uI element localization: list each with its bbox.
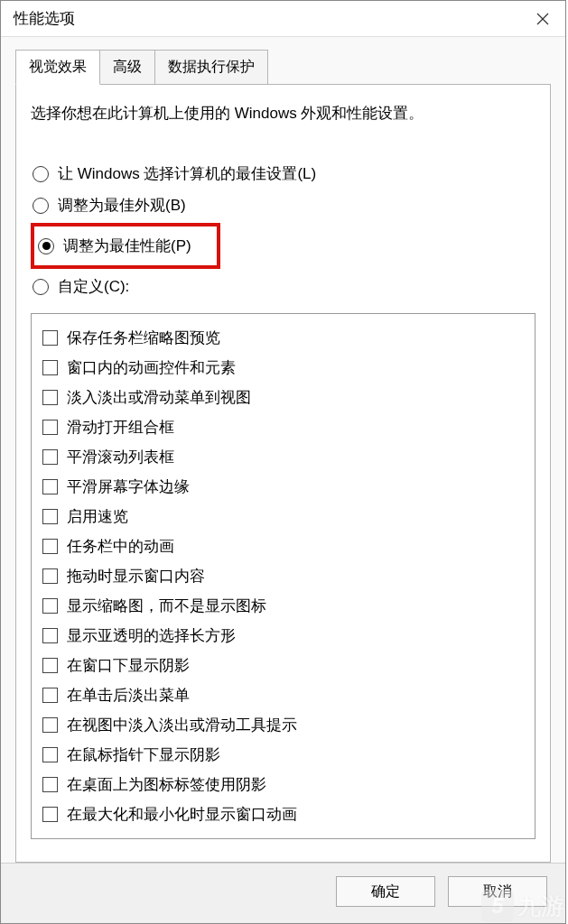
checkbox-label: 在窗口下显示阴影	[67, 655, 190, 676]
tab-0[interactable]: 视觉效果	[15, 50, 100, 85]
checkbox-item[interactable]: 在鼠标指针下显示阴影	[42, 740, 524, 770]
checkbox-icon	[42, 330, 58, 346]
title-bar: 性能选项	[1, 1, 565, 37]
checkbox-label: 拖动时显示窗口内容	[67, 566, 205, 587]
radio-label: 自定义(C):	[58, 276, 129, 297]
checkbox-label: 启用速览	[67, 506, 128, 527]
checkbox-label: 窗口内的动画控件和元素	[67, 357, 236, 378]
checkbox-label: 在视图中淡入淡出或滑动工具提示	[67, 715, 297, 735]
radio-windows-choose[interactable]: 让 Windows 选择计算机的最佳设置(L)	[31, 158, 535, 189]
window-title: 性能选项	[14, 8, 75, 29]
radio-icon	[33, 166, 49, 182]
cancel-button[interactable]: 取消	[448, 876, 547, 907]
tab-label: 视觉效果	[29, 59, 87, 74]
radio-label: 调整为最佳性能(P)	[63, 236, 191, 256]
checkbox-item[interactable]: 在窗口下显示阴影	[42, 651, 524, 680]
checkbox-icon	[42, 598, 58, 614]
tab-label: 数据执行保护	[168, 59, 255, 74]
radio-custom[interactable]: 自定义(C):	[31, 271, 535, 302]
tab-label: 高级	[113, 59, 142, 74]
tab-panel-visual-effects: 选择你想在此计算机上使用的 Windows 外观和性能设置。 让 Windows…	[15, 85, 551, 863]
radio-icon	[33, 198, 49, 214]
radio-best-appearance[interactable]: 调整为最佳外观(B)	[31, 189, 535, 221]
tab-1[interactable]: 高级	[99, 50, 155, 85]
highlight-box: 调整为最佳性能(P)	[31, 223, 220, 269]
checkbox-icon	[42, 628, 58, 643]
checkbox-label: 在桌面上为图标标签使用阴影	[67, 774, 266, 795]
description-text: 选择你想在此计算机上使用的 Windows 外观和性能设置。	[31, 101, 535, 125]
checkbox-icon	[42, 449, 58, 465]
checkbox-label: 滑动打开组合框	[67, 417, 174, 438]
checkbox-item[interactable]: 显示缩略图，而不是显示图标	[42, 591, 524, 621]
checkbox-item[interactable]: 滑动打开组合框	[42, 412, 524, 442]
checkbox-item[interactable]: 淡入淡出或滑动菜单到视图	[42, 383, 524, 412]
checkbox-label: 在单击后淡出菜单	[67, 685, 190, 706]
checkbox-label: 在鼠标指针下显示阴影	[67, 744, 220, 765]
checkbox-icon	[42, 539, 58, 554]
checkbox-icon	[42, 360, 58, 375]
checkbox-label: 平滑滚动列表框	[67, 447, 174, 467]
checkbox-item[interactable]: 任务栏中的动画	[42, 531, 524, 561]
checkbox-list[interactable]: 保存任务栏缩略图预览 窗口内的动画控件和元素 淡入淡出或滑动菜单到视图 滑动打开…	[31, 313, 535, 839]
close-icon	[536, 13, 549, 25]
radio-best-performance[interactable]: 调整为最佳性能(P)	[36, 230, 193, 262]
checkbox-item[interactable]: 显示亚透明的选择长方形	[42, 621, 524, 651]
tab-strip: 视觉效果 高级 数据执行保护	[1, 37, 565, 85]
checkbox-item[interactable]: 启用速览	[42, 502, 524, 531]
checkbox-icon	[42, 509, 58, 524]
checkbox-label: 任务栏中的动画	[67, 536, 174, 557]
checkbox-item[interactable]: 窗口内的动画控件和元素	[42, 353, 524, 383]
checkbox-icon	[42, 568, 58, 584]
tab-2[interactable]: 数据执行保护	[154, 50, 268, 85]
checkbox-icon	[42, 479, 58, 494]
checkbox-icon	[42, 688, 58, 703]
checkbox-item[interactable]: 平滑滚动列表框	[42, 442, 524, 472]
radio-group: 让 Windows 选择计算机的最佳设置(L) 调整为最佳外观(B) 调整为最佳…	[31, 158, 535, 302]
checkbox-icon	[42, 807, 58, 822]
radio-icon	[38, 238, 54, 254]
radio-icon	[33, 279, 49, 295]
radio-label: 让 Windows 选择计算机的最佳设置(L)	[58, 163, 316, 184]
performance-options-dialog: 性能选项 视觉效果 高级 数据执行保护 选择你想在此计算机上使用的 Window…	[0, 0, 566, 924]
checkbox-label: 显示亚透明的选择长方形	[67, 625, 236, 646]
checkbox-item[interactable]: 拖动时显示窗口内容	[42, 561, 524, 591]
checkbox-label: 淡入淡出或滑动菜单到视图	[67, 387, 251, 408]
checkbox-icon	[42, 717, 58, 733]
checkbox-label: 平滑屏幕字体边缘	[67, 476, 190, 497]
checkbox-item[interactable]: 保存任务栏缩略图预览	[42, 323, 524, 353]
checkbox-icon	[42, 658, 58, 673]
checkbox-item[interactable]: 在最大化和最小化时显示窗口动画	[42, 799, 524, 829]
checkbox-icon	[42, 420, 58, 435]
dialog-button-row: 确定 取消	[1, 863, 565, 923]
close-button[interactable]	[520, 1, 565, 37]
checkbox-icon	[42, 777, 58, 792]
checkbox-label: 显示缩略图，而不是显示图标	[67, 596, 266, 616]
ok-button[interactable]: 确定	[336, 876, 435, 907]
checkbox-item[interactable]: 在桌面上为图标标签使用阴影	[42, 770, 524, 799]
radio-label: 调整为最佳外观(B)	[58, 195, 186, 216]
checkbox-icon	[42, 747, 58, 762]
checkbox-icon	[42, 390, 58, 405]
checkbox-item[interactable]: 在视图中淡入淡出或滑动工具提示	[42, 710, 524, 740]
checkbox-item[interactable]: 平滑屏幕字体边缘	[42, 472, 524, 502]
checkbox-label: 保存任务栏缩略图预览	[67, 328, 220, 348]
checkbox-label: 在最大化和最小化时显示窗口动画	[67, 804, 297, 825]
checkbox-item[interactable]: 在单击后淡出菜单	[42, 680, 524, 710]
